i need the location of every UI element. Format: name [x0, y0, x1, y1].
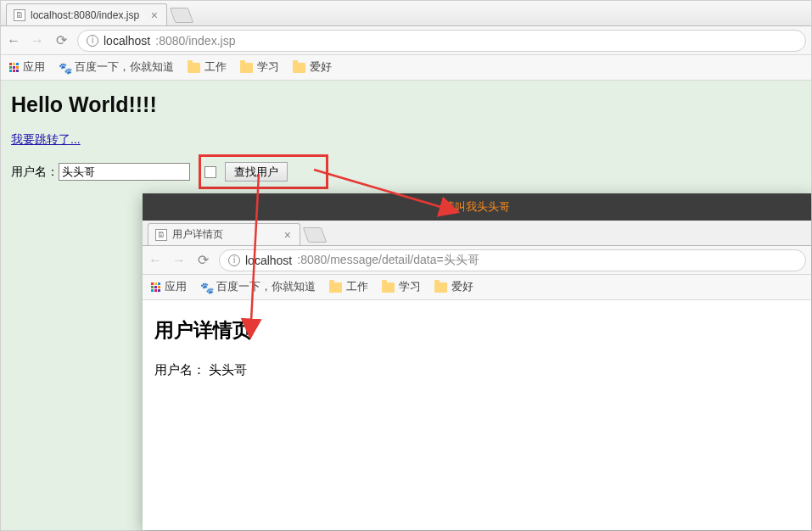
bookmark-label: 百度一下，你就知道 — [216, 280, 316, 294]
folder-icon — [293, 63, 305, 73]
apps-shortcut[interactable]: 应用 — [9, 60, 45, 75]
new-tab-button[interactable] — [170, 8, 194, 23]
folder-icon — [329, 282, 342, 293]
baidu-icon: 🐾 — [200, 282, 212, 293]
browser-tab[interactable]: 🗎 用户详情页 × — [148, 223, 300, 245]
reload-button[interactable]: ⟳ — [195, 253, 210, 268]
bookmark-folder-study[interactable]: 学习 — [382, 280, 421, 294]
apps-label: 应用 — [23, 60, 45, 75]
bookmark-folder-work[interactable]: 工作 — [329, 280, 368, 294]
site-info-icon[interactable]: i — [87, 35, 98, 47]
checkbox[interactable] — [204, 166, 216, 178]
bookmark-label: 百度一下，你就知道 — [75, 60, 174, 75]
tab-title: localhost:8080/index.jsp — [31, 9, 139, 21]
bookmark-folder-hobby[interactable]: 爱好 — [434, 280, 473, 294]
apps-icon — [151, 282, 160, 292]
apps-shortcut[interactable]: 应用 — [151, 280, 187, 294]
window-title: 请叫我头头哥 — [444, 199, 510, 215]
folder-icon — [434, 282, 447, 293]
bookmark-baidu[interactable]: 🐾 百度一下，你就知道 — [59, 60, 174, 75]
url-bar[interactable]: i localhost:8080/message/detail/data=头头哥 — [219, 249, 806, 271]
url-host: localhost — [245, 254, 292, 267]
user-detail-row: 用户名： 头头哥 — [154, 362, 799, 378]
folder-icon — [240, 63, 253, 73]
bookmark-folder-work[interactable]: 工作 — [188, 60, 227, 75]
page-content: 用户详情页 用户名： 头头哥 — [143, 300, 811, 530]
new-tab-button[interactable] — [303, 227, 328, 243]
submit-highlight-box: 查找用户 — [199, 154, 328, 189]
forward-button[interactable]: → — [171, 253, 187, 268]
nav-toolbar: ← → ⟳ i localhost:8080/index.jsp — [1, 26, 811, 55]
apps-label: 应用 — [165, 280, 187, 294]
url-path: :8080/index.jsp — [155, 34, 235, 48]
url-path: :8080/message/detail/data=头头哥 — [297, 253, 479, 268]
folder-icon — [382, 282, 395, 293]
close-tab-icon[interactable]: × — [149, 8, 160, 22]
site-info-icon[interactable]: i — [228, 254, 240, 266]
nav-toolbar: ← → ⟳ i localhost:8080/message/detail/da… — [143, 246, 811, 275]
detail-heading: 用户详情页 — [154, 317, 799, 344]
username-label: 用户名： — [154, 362, 205, 378]
page-heading: Hello World!!!! — [11, 92, 801, 117]
bookmark-label: 工作 — [346, 280, 368, 294]
bookmark-folder-hobby[interactable]: 爱好 — [293, 60, 332, 75]
forward-button[interactable]: → — [30, 33, 45, 48]
page-favicon-icon: 🗎 — [14, 9, 25, 21]
folder-icon — [188, 63, 200, 73]
tab-title: 用户详情页 — [172, 227, 223, 242]
url-host: localhost — [104, 34, 150, 48]
bookmark-label: 工作 — [204, 60, 227, 75]
bookmark-label: 学习 — [257, 60, 279, 75]
page-favicon-icon: 🗎 — [155, 229, 167, 241]
username-value: 头头哥 — [209, 362, 247, 378]
bookmarks-bar: 应用 🐾 百度一下，你就知道 工作 学习 爱好 — [143, 275, 811, 300]
window-title-bar: 请叫我头头哥 — [143, 193, 811, 221]
close-tab-icon[interactable]: × — [283, 228, 293, 242]
bookmark-label: 爱好 — [310, 60, 332, 75]
bookmark-folder-study[interactable]: 学习 — [240, 60, 279, 75]
reload-button[interactable]: ⟳ — [53, 33, 69, 48]
bookmarks-bar: 应用 🐾 百度一下，你就知道 工作 学习 爱好 — [1, 55, 811, 81]
jump-link[interactable]: 我要跳转了... — [11, 132, 81, 146]
back-button[interactable]: ← — [148, 253, 163, 268]
bookmark-label: 爱好 — [451, 280, 473, 294]
username-input[interactable] — [59, 163, 190, 181]
bookmark-label: 学习 — [399, 280, 421, 294]
tab-strip: 🗎 localhost:8080/index.jsp × — [1, 1, 811, 26]
baidu-icon: 🐾 — [59, 62, 70, 74]
find-user-button[interactable]: 查找用户 — [225, 162, 288, 182]
browser-tab[interactable]: 🗎 localhost:8080/index.jsp × — [6, 3, 167, 25]
username-label: 用户名： — [11, 165, 59, 180]
tab-strip: 🗎 用户详情页 × — [143, 221, 811, 246]
browser-window-2: 请叫我头头哥 🗎 用户详情页 × ← → ⟳ i localhost:8080/… — [143, 193, 811, 530]
user-search-form: 用户名： 查找用户 — [11, 154, 801, 189]
back-button[interactable]: ← — [6, 33, 21, 48]
url-bar[interactable]: i localhost:8080/index.jsp — [77, 30, 806, 52]
apps-icon — [9, 63, 19, 72]
bookmark-baidu[interactable]: 🐾 百度一下，你就知道 — [200, 280, 316, 294]
